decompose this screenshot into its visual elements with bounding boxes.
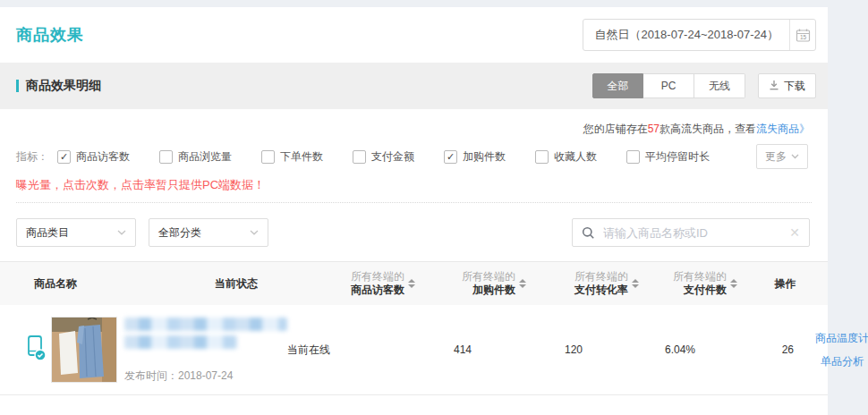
chevron-down-icon xyxy=(117,230,126,235)
metric-item-cart-adds[interactable]: 加购件数 xyxy=(444,149,506,165)
metric-label: 下单件数 xyxy=(280,149,323,165)
clear-icon[interactable]: ✕ xyxy=(789,226,800,239)
loss-products-notice: 您的店铺存在57款高流失商品，查看流失商品》 xyxy=(0,120,828,138)
notice-middle: 款高流失商品，查看 xyxy=(660,123,756,135)
column-header-pay-items[interactable]: 所有终端的 支付件数 xyxy=(644,270,743,297)
calendar-icon[interactable]: 15 xyxy=(789,20,815,50)
products-table: 商品名称 当前状态 所有终端的 商品访客数 所有终端的 加购件数 所有终端的 xyxy=(0,261,828,395)
product-cell: 发布时间：2018-07-24 xyxy=(0,316,287,384)
visitors-cell: 414 xyxy=(386,343,493,356)
metric-item-views[interactable]: 商品浏览量 xyxy=(159,149,232,165)
section-bar: 商品效果明细 全部 PC 无线 下载 xyxy=(0,63,828,109)
more-button[interactable]: 更多 xyxy=(756,144,808,169)
column-header-visitors[interactable]: 所有终端的 商品访客数 xyxy=(313,270,421,297)
sort-icon[interactable] xyxy=(408,279,415,288)
search-input[interactable] xyxy=(601,225,789,241)
chevron-down-icon xyxy=(791,154,799,159)
metric-label: 加购件数 xyxy=(463,149,506,165)
checkbox-icon[interactable] xyxy=(626,150,640,164)
column-header-pay-conversion[interactable]: 所有终端的 支付转化率 xyxy=(532,270,644,297)
search-icon xyxy=(582,226,595,240)
column-header-product-name: 商品名称 xyxy=(0,276,215,292)
chevron-down-icon xyxy=(250,230,259,235)
metric-label: 平均停留时长 xyxy=(645,149,710,165)
notice-prefix: 您的店铺存在 xyxy=(583,123,648,135)
date-range-picker[interactable]: 自然日（2018-07-24~2018-07-24） 15 xyxy=(583,19,816,51)
svg-text:15: 15 xyxy=(799,34,806,40)
checkbox-icon[interactable] xyxy=(353,150,366,164)
category-select-value: 商品类目 xyxy=(26,225,69,241)
date-range-label: 自然日（2018-07-24~2018-07-24） xyxy=(583,27,789,43)
pc-data-note: 曝光量，点击次数，点击率暂只提供PC端数据！ xyxy=(0,177,828,193)
pay-conversion-cell: 6.04% xyxy=(604,343,717,356)
column-header-actions: 操作 xyxy=(743,276,828,292)
more-label: 更多 xyxy=(765,149,787,165)
metric-label: 收藏人数 xyxy=(554,149,597,165)
divider xyxy=(16,202,812,203)
download-button[interactable]: 下载 xyxy=(758,73,816,98)
actions-cell: 商品温度计 单品分析 xyxy=(815,331,868,369)
column-header-cart-adds[interactable]: 所有终端的 加购件数 xyxy=(421,270,532,297)
subcategory-select[interactable]: 全部分类 xyxy=(149,218,268,247)
subcategory-select-value: 全部分类 xyxy=(158,225,201,241)
category-select[interactable]: 商品类目 xyxy=(16,218,136,247)
product-title-redacted[interactable] xyxy=(124,335,237,349)
sort-icon[interactable] xyxy=(519,279,526,288)
product-title-redacted[interactable] xyxy=(124,318,287,331)
mobile-online-icon xyxy=(27,335,47,366)
cart-adds-cell: 120 xyxy=(493,343,604,356)
content-panel: 商品效果 自然日（2018-07-24~2018-07-24） 15 商品效果明… xyxy=(0,7,828,415)
section-title: 商品效果明细 xyxy=(26,78,101,94)
table-row: 发布时间：2018-07-24 当前在线 414 120 6.04% 26 商品… xyxy=(0,305,828,395)
tab-all[interactable]: 全部 xyxy=(592,73,643,98)
checkbox-icon[interactable] xyxy=(535,150,549,164)
publish-time: 发布时间：2018-07-24 xyxy=(124,368,287,384)
tab-pc[interactable]: PC xyxy=(643,73,694,98)
section-title-marker xyxy=(16,80,19,92)
product-info: 发布时间：2018-07-24 xyxy=(124,316,287,384)
terminal-tabs: 全部 PC 无线 xyxy=(592,73,745,98)
metric-label: 支付金额 xyxy=(371,149,414,165)
metric-label: 商品浏览量 xyxy=(178,149,232,165)
metric-label: 商品访客数 xyxy=(76,149,130,165)
metric-item-favorites[interactable]: 收藏人数 xyxy=(535,149,597,165)
product-thermometer-link[interactable]: 商品温度计 xyxy=(815,331,868,346)
product-thumbnail[interactable] xyxy=(51,317,117,383)
page-title: 商品效果 xyxy=(16,24,84,46)
metric-item-orders[interactable]: 下单件数 xyxy=(261,149,323,165)
column-header-status: 当前状态 xyxy=(215,276,313,292)
status-cell: 当前在线 xyxy=(287,343,386,358)
filter-row: 商品类目 全部分类 ✕ xyxy=(0,218,828,247)
checkbox-icon[interactable] xyxy=(444,150,457,164)
metric-item-visitors[interactable]: 商品访客数 xyxy=(57,149,130,165)
checkbox-icon[interactable] xyxy=(159,150,173,164)
page-header: 商品效果 自然日（2018-07-24~2018-07-24） 15 xyxy=(0,7,828,63)
table-header: 商品名称 当前状态 所有终端的 商品访客数 所有终端的 加购件数 所有终端的 xyxy=(0,261,828,305)
metric-item-pay-amount[interactable]: 支付金额 xyxy=(353,149,414,165)
loss-count: 57 xyxy=(648,123,660,135)
single-item-analysis-link[interactable]: 单品分析 xyxy=(821,354,864,369)
tab-wireless[interactable]: 无线 xyxy=(694,73,745,98)
pay-items-cell: 26 xyxy=(717,343,815,356)
search-box[interactable]: ✕ xyxy=(572,218,810,247)
sort-icon[interactable] xyxy=(632,279,639,288)
sort-icon[interactable] xyxy=(730,279,737,288)
loss-products-link[interactable]: 流失商品》 xyxy=(756,123,810,135)
checkbox-icon[interactable] xyxy=(261,150,275,164)
download-icon xyxy=(769,80,779,93)
checkbox-icon[interactable] xyxy=(57,150,71,164)
metric-item-stay-time[interactable]: 平均停留时长 xyxy=(626,149,710,165)
metrics-label: 指标： xyxy=(16,149,48,165)
metrics-row: 指标： 商品访客数 商品浏览量 下单件数 支付金额 加购件数 收藏人数 平均停留… xyxy=(0,143,828,170)
download-label: 下载 xyxy=(784,79,805,94)
